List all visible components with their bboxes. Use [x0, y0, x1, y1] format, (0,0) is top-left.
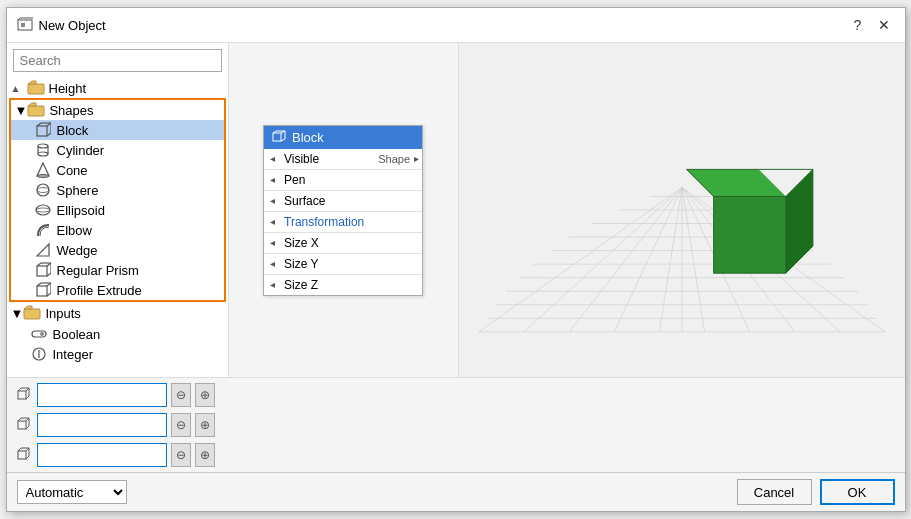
footer-buttons: Cancel OK: [737, 479, 895, 505]
num-input-row-2: 1.00 ⊖ ⊕: [17, 413, 215, 437]
sizez-label: Size Z: [280, 275, 422, 295]
inputs-section: ▼ Inputs Boolean: [7, 302, 228, 364]
regular-prism-label: Regular Prism: [57, 263, 139, 278]
cone-label: Cone: [57, 163, 88, 178]
spin-minus-2[interactable]: ⊖: [171, 413, 191, 437]
cancel-button[interactable]: Cancel: [737, 479, 812, 505]
elbow-label: Elbow: [57, 223, 92, 238]
visible-arrow: ▸: [414, 153, 422, 164]
size-icon-2: [17, 417, 33, 433]
property-row-surface[interactable]: ◂ Surface: [264, 191, 422, 212]
close-button[interactable]: ✕: [873, 14, 895, 36]
spin-plus-3[interactable]: ⊕: [195, 443, 215, 467]
svg-rect-88: [18, 421, 26, 429]
svg-point-19: [37, 188, 49, 193]
shapes-section: ▼ Shapes: [9, 98, 226, 302]
svg-rect-23: [37, 266, 47, 276]
num-input-3[interactable]: 1.00: [37, 443, 167, 467]
dialog-icon: [17, 17, 33, 33]
property-row-visible[interactable]: ◂ Visible Shape ▸: [264, 149, 422, 170]
size-icon-3: [17, 447, 33, 463]
sphere-label: Sphere: [57, 183, 99, 198]
middle-panel: Block ◂ Visible Shape ▸ ◂ Pen ◂ Surface: [229, 43, 459, 377]
ellipsoid-label: Ellipsoid: [57, 203, 105, 218]
integer-icon: [31, 346, 47, 362]
svg-point-15: [38, 152, 48, 156]
block-icon: [35, 122, 51, 138]
visible-label: Visible: [280, 149, 374, 169]
svg-rect-29: [37, 286, 47, 296]
shape-item-sphere[interactable]: Sphere: [11, 180, 224, 200]
transformation-expand: ◂: [264, 216, 280, 227]
folder-icon: [27, 80, 45, 96]
shape-item-profile-extrude[interactable]: Profile Extrude: [11, 280, 224, 300]
footer-bar: Automatic Cancel OK: [7, 472, 905, 511]
cone-icon: [35, 162, 51, 178]
spin-minus-1[interactable]: ⊖: [171, 383, 191, 407]
profile-extrude-icon: [35, 282, 51, 298]
shape-item-elbow[interactable]: Elbow: [11, 220, 224, 240]
shape-item-cylinder[interactable]: Cylinder: [11, 140, 224, 160]
svg-rect-40: [273, 133, 281, 141]
svg-rect-82: [18, 391, 26, 399]
svg-point-12: [38, 144, 48, 148]
cylinder-label: Cylinder: [57, 143, 105, 158]
num-input-1[interactable]: 1.00: [37, 383, 167, 407]
dialog-title: New Object: [39, 18, 106, 33]
input-item-boolean[interactable]: Boolean: [7, 324, 228, 344]
property-row-pen[interactable]: ◂ Pen: [264, 170, 422, 191]
svg-rect-5: [28, 106, 44, 116]
search-input[interactable]: [13, 49, 222, 72]
viewport-3d: [459, 43, 905, 377]
height-label: Height: [49, 81, 224, 96]
property-row-transformation[interactable]: ◂ Transformation: [264, 212, 422, 233]
size-icon-1: [17, 387, 33, 403]
boolean-icon: [31, 326, 47, 342]
title-bar: New Object ? ✕: [7, 8, 905, 43]
spin-plus-1[interactable]: ⊕: [195, 383, 215, 407]
property-row-sizez[interactable]: ◂ Size Z: [264, 275, 422, 295]
svg-marker-22: [37, 244, 49, 256]
spin-minus-3[interactable]: ⊖: [171, 443, 191, 467]
ok-button[interactable]: OK: [820, 479, 895, 505]
block-label: Block: [57, 123, 89, 138]
wedge-label: Wedge: [57, 243, 98, 258]
help-button[interactable]: ?: [847, 14, 869, 36]
sizex-label: Size X: [280, 233, 422, 253]
shape-item-ellipsoid[interactable]: Ellipsoid: [11, 200, 224, 220]
new-object-dialog: New Object ? ✕ ▲ Height: [6, 7, 906, 512]
left-panel: ▲ Height ▼ Shapes: [7, 43, 229, 377]
svg-rect-1: [21, 23, 25, 27]
shape-item-cone[interactable]: Cone: [11, 160, 224, 180]
cylinder-icon: [35, 142, 51, 158]
integer-label: Integer: [53, 347, 93, 362]
pen-label: Pen: [280, 170, 422, 190]
shape-item-wedge[interactable]: Wedge: [11, 240, 224, 260]
shape-item-block[interactable]: Block: [11, 120, 224, 140]
shapes-label: Shapes: [49, 103, 93, 118]
spin-plus-2[interactable]: ⊕: [195, 413, 215, 437]
regular-prism-icon: [35, 262, 51, 278]
svg-point-18: [37, 184, 49, 196]
shapes-expand-icon: ▼: [15, 103, 28, 118]
svg-rect-35: [24, 309, 40, 319]
num-input-2[interactable]: 1.00: [37, 413, 167, 437]
inputs-folder-icon: [23, 305, 41, 321]
automatic-dropdown[interactable]: Automatic: [17, 480, 127, 504]
svg-line-45: [281, 139, 285, 141]
sizey-expand: ◂: [264, 258, 280, 269]
profile-extrude-label: Profile Extrude: [57, 283, 142, 298]
shape-item-regular-prism[interactable]: Regular Prism: [11, 260, 224, 280]
pen-expand: ◂: [264, 174, 280, 185]
tree-item-height[interactable]: ▲ Height: [7, 78, 228, 98]
tree-container[interactable]: ▲ Height ▼ Shapes: [7, 78, 228, 377]
inputs-expand-icon: ▼: [11, 306, 24, 321]
sizey-label: Size Y: [280, 254, 422, 274]
inputs-header[interactable]: ▼ Inputs: [7, 302, 228, 324]
input-item-integer[interactable]: Integer: [7, 344, 228, 364]
property-row-sizex[interactable]: ◂ Size X: [264, 233, 422, 254]
title-bar-left: New Object: [17, 17, 106, 33]
property-row-sizey[interactable]: ◂ Size Y: [264, 254, 422, 275]
property-card-header: Block: [264, 126, 422, 149]
shapes-header[interactable]: ▼ Shapes: [11, 100, 224, 120]
